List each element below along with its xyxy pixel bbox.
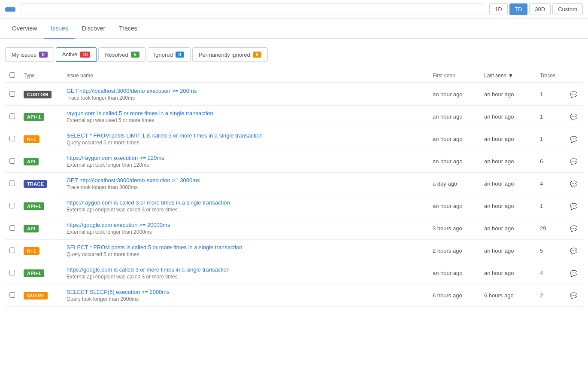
row-checkbox[interactable] [9,225,15,231]
comment-icon[interactable]: 💬 [570,158,577,165]
comment-icon[interactable]: 💬 [570,113,577,120]
first-seen-cell: a day ago [428,173,480,195]
col-header-issue-name: Issue name [62,69,428,83]
last-seen-cell: an hour ago [480,106,536,128]
action-cell: 💬 [566,150,583,173]
row-checkbox[interactable] [9,180,15,186]
issue-name-link[interactable]: SELECT * FROM posts is called 5 or more … [67,244,242,251]
row-checkbox[interactable] [9,248,15,253]
first-seen-text: an hour ago [433,113,462,120]
issue-name-link[interactable]: https://google.com execution >= 20000ms [67,222,170,228]
row-checkbox[interactable] [9,203,15,208]
last-seen-text: an hour ago [484,158,514,165]
table-row: N+1SELECT * FROM posts is called 5 or mo… [5,240,583,262]
comment-icon[interactable]: 💬 [570,270,577,277]
traces-cell: 1 [536,106,566,128]
comment-icon[interactable]: 💬 [570,180,577,187]
issue-name-link[interactable]: https://raygun.com execution >= 120ms [67,155,164,161]
issue-tab-permanently-ignored[interactable]: Permanently ignored0 [192,47,268,62]
action-cell: 💬 [566,128,583,150]
issue-tab-badge: 10 [80,52,90,58]
time-btn-custom[interactable]: Custom [552,3,583,15]
issue-tab-my-issues[interactable]: My issues0 [5,47,54,62]
first-seen-cell: an hour ago [428,128,480,150]
issue-tab-ignored[interactable]: Ignored0 [148,47,191,62]
first-seen-text: a day ago [433,180,457,187]
row-checkbox[interactable] [9,91,15,97]
action-cell: 💬 [566,240,583,262]
issue-tab-label: Resolved [105,52,128,58]
nav-tab-overview[interactable]: Overview [5,19,44,39]
issue-name-link[interactable]: https://google.com is called 3 or more t… [67,266,230,273]
issue-desc: External api took longer than 120ms [67,162,424,168]
last-seen-cell: an hour ago [480,173,536,195]
time-btn-1d[interactable]: 1D [489,3,508,15]
col-header-action [566,69,583,83]
issue-type-cell: API+1 [19,106,62,128]
comment-icon[interactable]: 💬 [570,136,577,143]
traces-cell: 2 [536,284,566,307]
top-bar: 1D7D30DCustom [0,0,588,19]
issue-name-link[interactable]: https://raygun.com is called 3 or more t… [67,199,230,206]
time-btn-30d[interactable]: 30D [529,3,551,15]
col-header-last-seen[interactable]: Last seen▼ [480,69,536,83]
issue-name-cell: https://google.com is called 3 or more t… [62,262,428,284]
last-seen-cell: an hour ago [480,150,536,173]
traces-count: 2 [540,292,543,299]
issue-name-link[interactable]: raygun.com is called 5 or more times in … [67,110,213,116]
issue-type-cell: N+1 [19,128,62,150]
issue-name-link[interactable]: GET http://localhost:3000/demo execution… [67,177,200,183]
row-checkbox[interactable] [9,270,15,275]
last-seen-text: an hour ago [484,113,514,120]
issue-name-link[interactable]: SELECT SLEEP(5) execution >= 2000ms [67,289,170,295]
comment-icon[interactable]: 💬 [570,91,577,98]
nav-tab-issues[interactable]: Issues [44,19,75,39]
issue-name-link[interactable]: SELECT * FROM posts LIMIT 1 is called 5 … [67,132,263,139]
nav-tab-traces[interactable]: Traces [112,19,144,39]
first-seen-cell: an hour ago [428,150,480,173]
row-checkbox[interactable] [9,113,15,119]
filter-input[interactable] [21,3,484,15]
time-btn-7d[interactable]: 7D [509,3,528,15]
action-cell: 💬 [566,284,583,307]
comment-icon[interactable]: 💬 [570,225,577,232]
table-row: APIhttps://raygun.com execution >= 120ms… [5,150,583,173]
last-seen-text: an hour ago [484,91,514,98]
traces-count: 29 [540,225,546,232]
nav-tab-discover[interactable]: Discover [75,19,112,39]
row-checkbox[interactable] [9,136,15,141]
action-cell: 💬 [566,83,583,106]
traces-cell: 4 [536,173,566,195]
issue-name-cell: raygun.com is called 5 or more times in … [62,106,428,128]
comment-icon[interactable]: 💬 [570,248,577,254]
last-seen-cell: 6 hours ago [480,284,536,307]
traces-count: 4 [540,180,543,187]
type-badge: API+1 [24,202,44,210]
issue-name-cell: https://google.com execution >= 20000msE… [62,217,428,240]
first-seen-cell: an hour ago [428,106,480,128]
comment-icon[interactable]: 💬 [570,203,577,210]
issue-desc: External api took longer than 2000ms [67,229,424,235]
select-all-checkbox[interactable] [9,72,15,78]
issue-type-cell: CUSTOM [19,83,62,106]
row-checkbox[interactable] [9,158,15,164]
col-header-check [5,69,19,83]
table-row: API+1https://google.com is called 3 or m… [5,262,583,284]
table-row: APIhttps://google.com execution >= 20000… [5,217,583,240]
add-filter-button[interactable] [5,7,15,12]
col-header-type: Type [19,69,62,83]
traces-cell: 5 [536,240,566,262]
first-seen-cell: 2 hours ago [428,240,480,262]
issue-tab-resolved[interactable]: Resolved5 [98,47,145,62]
row-checkbox[interactable] [9,292,15,298]
issue-desc: Query occurred 5 or more times [67,140,424,146]
first-seen-text: an hour ago [433,270,462,276]
issue-tab-active[interactable]: Active10 [56,47,97,62]
comment-icon[interactable]: 💬 [570,292,577,299]
issue-tab-badge: 0 [39,52,48,58]
content: My issues0Active10Resolved5Ignored0Perma… [0,39,588,312]
issue-name-link[interactable]: GET http://localhost:3000/demo execution… [67,88,197,94]
last-seen-cell: an hour ago [480,83,536,106]
issue-tab-badge: 5 [131,52,139,58]
first-seen-cell: an hour ago [428,262,480,284]
